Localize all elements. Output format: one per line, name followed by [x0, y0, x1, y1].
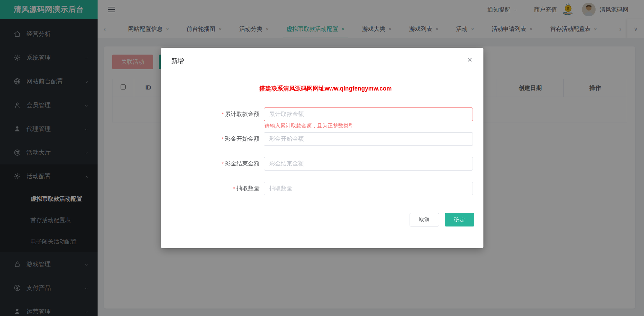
dialog-title: 新增 — [171, 57, 184, 64]
bonus-start-input[interactable] — [264, 132, 473, 146]
form-item-bonus-end: *彩金结束金额 — [161, 157, 483, 171]
promo-notice: 搭建联系清风源码网网址www.qingfengymw.com — [161, 84, 483, 93]
field-error-text: 请输入累计取款金额，且为正整数类型 — [265, 122, 354, 130]
bonus-end-input[interactable] — [264, 157, 473, 171]
dialog-form: *累计取款金额 请输入累计取款金额，且为正整数类型 *彩金开始金额 *彩金结束金… — [161, 107, 483, 195]
field-label: *抽取数量 — [161, 182, 264, 195]
field-label: *彩金开始金额 — [161, 132, 264, 146]
confirm-button[interactable]: 确定 — [445, 213, 474, 226]
cancel-button[interactable]: 取消 — [410, 213, 439, 226]
total-withdraw-input[interactable] — [264, 107, 473, 121]
required-mark: * — [233, 185, 235, 191]
form-item-draw-count: *抽取数量 — [161, 182, 483, 195]
form-item-bonus-start: *彩金开始金额 — [161, 132, 483, 146]
required-mark: * — [222, 136, 224, 142]
required-mark: * — [222, 111, 224, 117]
draw-count-input[interactable] — [264, 182, 473, 195]
dialog-header: 新增 ✕ — [161, 48, 483, 65]
add-dialog: 新增 ✕ 搭建联系清风源码网网址www.qingfengymw.com *累计取… — [161, 48, 483, 248]
close-icon[interactable]: ✕ — [466, 57, 473, 63]
form-item-total-withdraw: *累计取款金额 请输入累计取款金额，且为正整数类型 — [161, 107, 483, 121]
dialog-footer: 取消 确定 — [161, 213, 483, 226]
field-label: *累计取款金额 — [161, 107, 264, 121]
required-mark: * — [222, 161, 224, 166]
field-label: *彩金结束金额 — [161, 157, 264, 171]
